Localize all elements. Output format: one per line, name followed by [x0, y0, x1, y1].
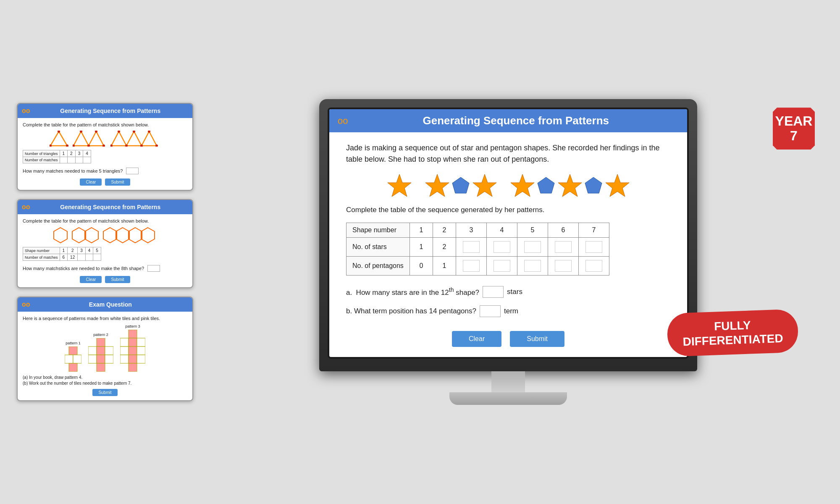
card3-body: Here is a sequence of patterns made from… [18, 312, 192, 400]
svg-marker-23 [85, 228, 98, 243]
pentagons-input-4[interactable] [494, 260, 510, 272]
left-column: oo Generating Sequence from Patterns Com… [17, 103, 193, 401]
card1-body: Complete the table for the pattern of ma… [18, 118, 192, 190]
svg-marker-25 [116, 228, 129, 243]
card2-clear-button[interactable]: Clear [80, 276, 102, 283]
card1-submit-button[interactable]: Submit [105, 178, 130, 186]
svg-rect-35 [105, 346, 113, 355]
screen-header: oo Generating Sequence from Patterns [329, 109, 687, 132]
hex-2 [71, 227, 99, 244]
svg-rect-46 [137, 346, 145, 355]
card2-table: Shape number 1 2 3 4 5 Number of matches… [23, 247, 101, 261]
question-b-unit: term [504, 304, 518, 318]
star-2a [425, 173, 450, 197]
stars-input-4[interactable] [494, 241, 510, 253]
card1-question: How many matches needed to make 5 triang… [23, 168, 187, 174]
stars-val-6 [548, 238, 578, 257]
svg-marker-57 [558, 174, 582, 197]
card1-col4: 4 [83, 150, 91, 157]
card2-logo: oo [22, 203, 30, 211]
pentagons-input-7[interactable] [585, 260, 602, 272]
svg-rect-40 [129, 330, 137, 338]
stars-val-1: 1 [410, 238, 433, 257]
svg-rect-48 [129, 355, 137, 363]
star-3c [605, 173, 630, 197]
svg-marker-26 [129, 228, 142, 243]
pentagons-val-3 [456, 257, 486, 276]
questions-section: a. How many stars are in the 12th shape?… [346, 284, 670, 318]
monitor: oo Generating Sequence from Patterns Jad… [319, 99, 697, 405]
table-prompt: Complete the table of the sequence gener… [346, 206, 670, 214]
year-badge-line1: YEAR [775, 114, 813, 129]
monitor-outer: oo Generating Sequence from Patterns Jad… [319, 99, 697, 371]
svg-rect-49 [137, 355, 145, 363]
star-group-2 [425, 173, 497, 197]
pentagons-input-5[interactable] [524, 260, 541, 272]
card1-col1: 1 [60, 150, 68, 157]
stars-input-7[interactable] [585, 241, 602, 253]
svg-rect-44 [120, 346, 129, 355]
star-3a [510, 173, 535, 197]
pentagons-input-3[interactable] [463, 260, 480, 272]
monitor-stand-neck [491, 371, 525, 392]
svg-marker-53 [452, 177, 469, 193]
pentagons-input-6[interactable] [555, 260, 572, 272]
triangle-1 [50, 131, 68, 147]
card1-val4 [83, 157, 91, 163]
star-group-1 [387, 173, 412, 197]
card3-question-a: (a) In your book, draw pattern 4. [23, 375, 187, 380]
stars-input-3[interactable] [463, 241, 480, 253]
tile-pattern-1: pattern 1 [65, 341, 81, 372]
main-table-shape-header: Shape number [346, 223, 410, 238]
tile-pattern-3: pattern 3 [120, 324, 145, 372]
star-group-3 [510, 173, 630, 197]
card3-buttons: Submit [23, 389, 187, 396]
submit-button[interactable]: Submit [510, 331, 564, 347]
problem-text: Jade is making a sequence out of star an… [346, 142, 670, 165]
tile-patterns: pattern 1 pattern 2 [23, 324, 187, 372]
card2-header: oo Generating Sequence from Patterns [18, 200, 192, 214]
star-2b [472, 173, 497, 197]
card1-col3: 3 [75, 150, 83, 157]
svg-marker-0 [50, 131, 67, 146]
tile-pattern-2-label: pattern 2 [93, 333, 108, 337]
hexagon-illustrations [23, 227, 187, 244]
stars-val-2: 2 [433, 238, 456, 257]
card2-answer-input[interactable] [147, 265, 160, 272]
pentagons-val-4 [486, 257, 517, 276]
card1-clear-button[interactable]: Clear [80, 178, 102, 186]
svg-marker-21 [54, 228, 67, 243]
card-exam: oo Exam Question Here is a sequence of p… [17, 297, 193, 401]
card1-body-text: Complete the table for the pattern of ma… [23, 122, 187, 127]
stars-input-5[interactable] [524, 241, 541, 253]
card3-logo: oo [22, 301, 30, 308]
card1-col2: 2 [68, 150, 76, 157]
screen-title: Generating Sequence from Patterns [353, 114, 679, 127]
card1-answer-input[interactable] [126, 168, 139, 174]
svg-rect-36 [88, 355, 97, 363]
pentagons-val-6 [548, 257, 578, 276]
stars-input-6[interactable] [555, 241, 572, 253]
svg-marker-59 [606, 174, 629, 197]
svg-marker-51 [388, 174, 411, 197]
card2-submit-button[interactable]: Submit [105, 276, 130, 283]
question-a-input[interactable] [483, 286, 504, 298]
screen-buttons: Clear Submit [346, 331, 670, 347]
svg-rect-34 [97, 346, 105, 355]
card1-logo: oo [22, 107, 30, 115]
monitor-container: oo Generating Sequence from Patterns Jad… [193, 99, 823, 405]
triangle-3 [110, 131, 161, 147]
clear-button[interactable]: Clear [452, 331, 501, 347]
card3-submit-button[interactable]: Submit [92, 389, 117, 396]
card2-body-text: Complete the table for the pattern of ma… [23, 218, 187, 223]
card-triangles: oo Generating Sequence from Patterns Com… [17, 103, 193, 191]
monitor-bezel: oo Generating Sequence from Patterns Jad… [328, 108, 689, 359]
year-badge-line2: 7 [790, 129, 798, 143]
card1-title: Generating Sequence from Patterns [33, 108, 188, 114]
tile-pattern-1-svg [65, 346, 81, 372]
pentagons-val-5 [517, 257, 548, 276]
main-table-col7: 7 [578, 223, 609, 238]
page-container: oo Generating Sequence from Patterns Com… [0, 0, 840, 504]
stars-val-5 [517, 238, 548, 257]
question-b-input[interactable] [480, 305, 501, 317]
